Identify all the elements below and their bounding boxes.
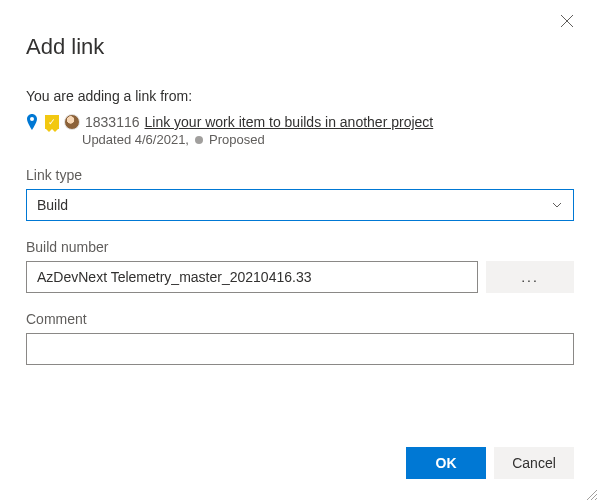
browse-button[interactable]: ...	[486, 261, 574, 293]
from-label: You are adding a link from:	[26, 88, 574, 104]
dialog-title: Add link	[26, 34, 574, 60]
build-number-input[interactable]	[26, 261, 478, 293]
badge-icon: ✓	[45, 115, 59, 129]
comment-label: Comment	[26, 311, 574, 327]
close-button[interactable]	[560, 14, 576, 30]
link-type-value: Build	[37, 197, 551, 213]
work-item-id: 1833116	[85, 114, 140, 130]
chevron-down-icon	[551, 199, 563, 211]
svg-line-4	[595, 498, 597, 500]
ok-button[interactable]: OK	[406, 447, 486, 479]
link-type-select[interactable]: Build	[26, 189, 574, 221]
build-number-label: Build number	[26, 239, 574, 255]
work-item-row: ✓ 1833116 Link your work item to builds …	[26, 114, 574, 130]
link-type-label: Link type	[26, 167, 574, 183]
comment-input[interactable]	[26, 333, 574, 365]
pin-icon	[26, 114, 40, 130]
work-item-link[interactable]: Link your work item to builds in another…	[145, 114, 434, 130]
state-dot-icon	[195, 136, 203, 144]
updated-text: Updated 4/6/2021,	[82, 132, 189, 147]
avatar	[64, 114, 80, 130]
resize-grip[interactable]	[584, 487, 598, 501]
state-text: Proposed	[209, 132, 265, 147]
work-item-meta: Updated 4/6/2021, Proposed	[82, 132, 574, 147]
close-icon	[560, 14, 574, 28]
cancel-button[interactable]: Cancel	[494, 447, 574, 479]
